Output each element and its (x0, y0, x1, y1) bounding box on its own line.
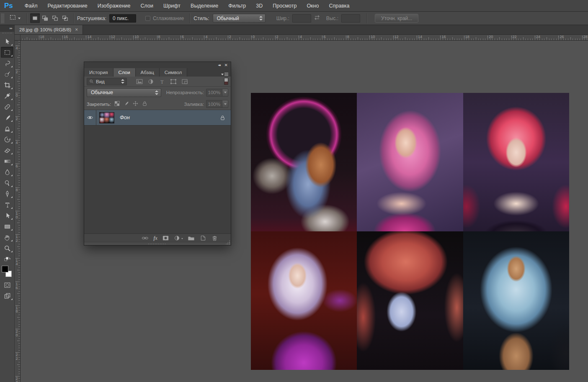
layer-row-background[interactable]: Фон (84, 110, 231, 126)
height-input[interactable] (341, 14, 360, 23)
opacity-dropdown-icon[interactable] (222, 89, 228, 97)
tool-preset-button[interactable] (7, 13, 23, 23)
history-brush-tool[interactable] (1, 134, 13, 145)
menu-item-4[interactable]: Шрифт (158, 0, 186, 12)
antialias-checkbox[interactable] (145, 16, 150, 21)
lock-pixels-icon[interactable] (124, 100, 129, 108)
blur-tool[interactable] (1, 167, 13, 177)
lock-all-icon[interactable] (142, 100, 147, 108)
spot-healing-brush-tool[interactable] (1, 101, 13, 112)
vertical-ruler[interactable]: 42024681012141618202224 (15, 41, 21, 382)
menu-item-0[interactable]: Файл (20, 0, 43, 12)
dodge-tool[interactable] (1, 177, 13, 188)
smart-object-filter-icon[interactable] (181, 79, 188, 85)
brush-tool[interactable] (1, 112, 13, 123)
options-bar-grip[interactable] (1, 13, 4, 23)
add-layer-mask-icon[interactable] (162, 235, 169, 241)
artwork-blue-hair-man[interactable] (463, 231, 569, 370)
pixel-layer-filter-icon[interactable] (136, 79, 143, 85)
foreground-color-swatch[interactable] (2, 266, 8, 272)
lasso-tool[interactable] (1, 58, 13, 69)
menu-item-1[interactable]: Редактирование (43, 0, 93, 12)
artwork-wolf-blue-hair-woman[interactable] (251, 93, 357, 231)
crop-tool[interactable] (1, 79, 13, 90)
lock-position-icon[interactable] (133, 100, 138, 108)
color-swatches[interactable] (0, 265, 14, 279)
tab-paragraph[interactable]: Абзац (136, 68, 160, 77)
layer-filter-kind-select[interactable]: Вид (87, 78, 127, 85)
new-adjustment-layer-icon[interactable] (174, 235, 183, 241)
layer-style-icon[interactable]: fx (153, 236, 157, 241)
tab-history[interactable]: История (84, 68, 113, 77)
menu-item-2[interactable]: Изображение (93, 0, 136, 12)
clone-stamp-tool[interactable] (1, 123, 13, 134)
quick-selection-tool[interactable] (1, 69, 13, 79)
type-layer-filter-icon[interactable]: T (159, 79, 165, 85)
fill-value[interactable]: 100% (206, 100, 222, 108)
eraser-tool[interactable] (1, 145, 13, 156)
menu-item-9[interactable]: Окно (302, 0, 324, 12)
feather-input[interactable] (109, 14, 136, 23)
tools-grip[interactable] (2, 33, 12, 36)
tab-close-icon[interactable]: × (75, 27, 78, 32)
swap-colors-icon[interactable] (1, 254, 13, 264)
lock-transparency-icon[interactable] (114, 100, 120, 108)
gradient-tool[interactable] (1, 156, 13, 167)
layer-list[interactable]: Фон (84, 110, 231, 233)
layer-visibility-toggle[interactable] (84, 110, 96, 125)
new-layer-icon[interactable] (199, 235, 206, 241)
fill-control[interactable]: 100% (206, 100, 228, 108)
link-layers-icon[interactable] (142, 235, 149, 241)
pen-tool[interactable] (1, 188, 13, 199)
new-selection-button[interactable] (30, 13, 40, 23)
new-group-icon[interactable] (188, 235, 195, 241)
opacity-value[interactable]: 100% (206, 89, 222, 97)
hand-tool[interactable] (1, 232, 13, 243)
width-input[interactable] (292, 14, 311, 23)
swap-width-height-icon[interactable] (314, 14, 320, 23)
move-tool[interactable] (1, 36, 13, 47)
layer-filter-toggle[interactable] (224, 78, 228, 85)
menu-item-8[interactable]: Просмотр (268, 0, 302, 12)
fill-dropdown-icon[interactable] (222, 100, 228, 108)
artwork-red-bob-vampire[interactable] (463, 93, 569, 231)
rectangle-tool[interactable] (1, 221, 13, 232)
tools-collapse-icon[interactable]: ▸▸ (0, 25, 14, 32)
refine-edge-button[interactable]: Уточн. край... (375, 14, 418, 23)
screen-mode-button[interactable] (1, 290, 13, 301)
document-tab[interactable]: 28.jpg @ 100% (RGB/8) × (15, 25, 83, 34)
shape-layer-filter-icon[interactable] (170, 79, 177, 85)
artwork-white-hair-purple-latex[interactable] (251, 231, 357, 370)
document-canvas[interactable] (251, 93, 569, 370)
blend-mode-select[interactable]: Обычные (87, 88, 161, 97)
menu-item-10[interactable]: Справка (324, 0, 354, 12)
eyedropper-tool[interactable] (1, 90, 13, 101)
panel-resize-strip[interactable] (84, 242, 231, 245)
panel-drag-dots[interactable] (148, 244, 167, 244)
zoom-tool[interactable] (1, 243, 13, 254)
menu-item-3[interactable]: Слои (136, 0, 158, 12)
panel-close-icon[interactable]: ✕ (224, 63, 228, 67)
quick-mask-button[interactable] (1, 279, 13, 290)
ruler-origin-corner[interactable] (15, 35, 21, 41)
layer-thumbnail[interactable] (99, 112, 114, 123)
add-selection-button[interactable] (40, 13, 50, 23)
tab-layers[interactable]: Слои (113, 68, 136, 77)
path-selection-tool[interactable] (1, 210, 13, 221)
type-tool[interactable] (1, 199, 13, 210)
adjustment-layer-filter-icon[interactable] (147, 79, 154, 85)
menu-item-7[interactable]: 3D (251, 0, 268, 12)
delete-layer-icon[interactable] (211, 235, 218, 241)
style-select[interactable]: Обычный (213, 14, 266, 23)
panel-collapse-icon[interactable]: ◂◂ (218, 64, 220, 67)
panel-titlebar[interactable]: ◂◂ ✕ (84, 62, 231, 68)
panel-menu-icon[interactable] (221, 72, 228, 77)
artwork-blue-skin-red-hair[interactable] (357, 231, 463, 370)
opacity-control[interactable]: 100% (206, 89, 228, 97)
subtract-selection-button[interactable] (50, 13, 60, 23)
horizontal-ruler[interactable]: 181614121086420246810121416182022242628 (21, 35, 588, 41)
layer-name[interactable]: Фон (120, 115, 130, 120)
menu-item-5[interactable]: Выделение (186, 0, 223, 12)
rectangular-marquee-tool[interactable] (1, 47, 13, 58)
intersect-selection-button[interactable] (60, 13, 70, 23)
